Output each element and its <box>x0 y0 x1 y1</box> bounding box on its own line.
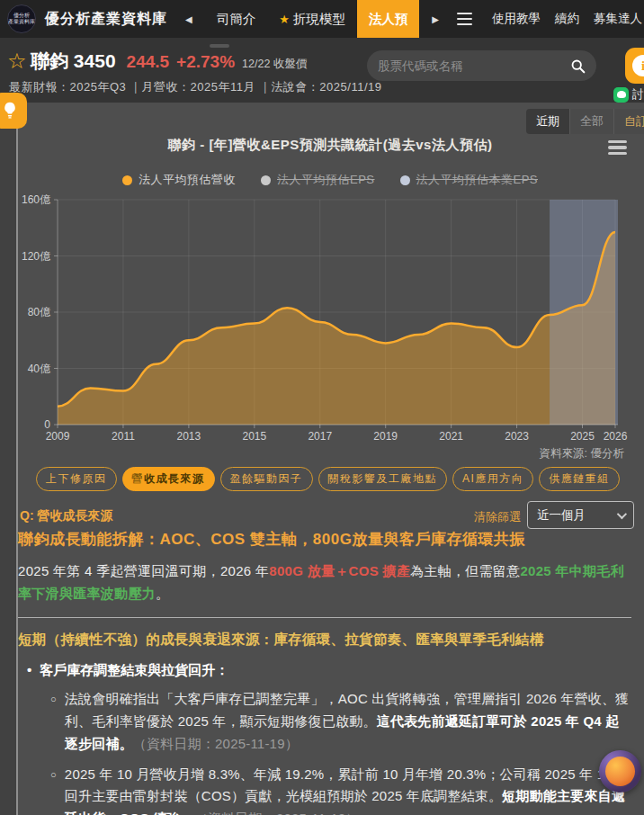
nav-link-0[interactable]: 使用教學 <box>492 11 541 27</box>
filter-pill-3[interactable]: 關稅影響及工廠地點 <box>318 467 448 491</box>
stock-name: 聯鈞 3450 <box>31 49 116 74</box>
stock-search <box>367 50 596 81</box>
x-tick-label: 2023 <box>505 430 529 443</box>
sub-bullet-text: 法說會明確指出「大客戶庫存已調整完畢」，AOC 出貨將轉強，管理層指引 2026… <box>65 688 631 755</box>
favorite-star-icon[interactable]: ☆ <box>7 50 27 72</box>
sub-bullet-0-0: ○法說會明確指出「大客戶庫存已調整完畢」，AOC 出貨將轉強，管理層指引 202… <box>50 688 631 755</box>
x-tick-label: 2013 <box>177 430 201 443</box>
stock-header: ☆ 聯鈞 3450 244.5 +2.73% 12/22 收盤價 最新財報：20… <box>0 38 644 103</box>
bullet-marker: • <box>27 660 31 681</box>
top-navbar: 優分析 產業資料庫 優分析產業資料庫 ◀ 司簡介★折現模型法人預 ▶ 使用教學續… <box>0 0 644 38</box>
x-tick-label: 2009 <box>46 430 70 443</box>
nav-links: 使用教學續約募集達人 <box>492 11 644 27</box>
article-headline: 聯鈞成長動能拆解：AOC、COS 雙主軸，800G放量與客戶庫存循環共振 <box>18 529 631 551</box>
legend-dot-icon <box>400 175 410 185</box>
star-icon: ★ <box>279 13 290 26</box>
period-dropdown[interactable]: 近一個月 <box>527 501 634 529</box>
divider <box>18 617 631 618</box>
logo-text-2: 產業資料庫 <box>8 19 35 25</box>
legend-label: 法人平均預估本業EPS <box>416 172 539 188</box>
price-note: 12/22 收盤價 <box>242 57 307 72</box>
info-button[interactable]: i <box>625 48 644 84</box>
article-bullets: •客戶庫存調整結束與拉貨回升：○法說會明確指出「大客戶庫存已調整完畢」，AOC … <box>18 660 631 815</box>
nav-link-2[interactable]: 募集達人 <box>594 11 642 27</box>
filter-pill-2[interactable]: 盈餘驅動因子 <box>220 467 313 491</box>
nav-item-0[interactable]: 司簡介 <box>205 0 268 38</box>
x-tick-label: 2011 <box>112 430 135 443</box>
filter-pill-0[interactable]: 上下修原因 <box>36 467 117 491</box>
line-icon <box>613 87 629 103</box>
chevron-down-icon <box>617 508 627 518</box>
nav-item-label: 折現模型 <box>293 11 345 28</box>
intro-segment: 800G 放量＋COS 擴產 <box>269 563 410 578</box>
info-icon: i <box>632 55 644 76</box>
range-button-2[interactable]: 自訂 <box>613 109 644 134</box>
chat-fab-button[interactable] <box>599 750 641 793</box>
chart-source: 資料來源: 優分析 <box>540 446 624 461</box>
chart-menu-icon[interactable] <box>607 139 628 157</box>
nav-menu-icon[interactable] <box>452 9 478 29</box>
x-tick-label: 2026 <box>604 430 628 443</box>
intro-segment: 2025 年第 4 季起營運回溫可期，2026 年 <box>18 563 269 578</box>
x-tick-label: 2021 <box>439 430 463 443</box>
nav-next-arrow-icon[interactable]: ▶ <box>428 11 443 28</box>
range-button-1[interactable]: 全部 <box>569 109 613 134</box>
line-chat-label: 討 <box>632 86 644 103</box>
legend-item-2[interactable]: 法人平均預估本業EPS <box>400 172 539 188</box>
chart-range-toggle: 近期全部自訂 <box>526 109 644 134</box>
intro-segment: 為主軸，但需留意 <box>410 563 520 578</box>
lightbulb-icon <box>1 101 19 121</box>
question-label: Q: 營收成長來源 <box>20 508 112 524</box>
chat-fab-icon <box>605 757 635 786</box>
sub-bullet-marker: ○ <box>50 688 57 755</box>
nav-prev-arrow-icon[interactable]: ◀ <box>182 11 196 28</box>
nav-item-2[interactable]: 法人預 <box>357 0 420 38</box>
chart-legend: 法人平均預估營收法人平均預估EPS法人平均預估本業EPS <box>16 172 644 188</box>
y-tick-label: 0 <box>44 418 50 431</box>
stock-change: +2.73% <box>176 52 235 72</box>
filter-pill-4[interactable]: AI應用方向 <box>452 467 533 491</box>
text-segment: （資料日期：2025-11-19） <box>133 736 299 751</box>
stock-price: 244.5 <box>127 52 170 72</box>
search-input[interactable] <box>378 59 570 73</box>
legend-dot-icon <box>261 175 271 185</box>
legend-item-0[interactable]: 法人平均預估營收 <box>122 172 236 188</box>
x-tick-label: 2017 <box>308 430 332 443</box>
logo-text-1: 優分析 <box>13 13 30 19</box>
filter-pill-1[interactable]: 營收成長來源 <box>122 467 215 491</box>
revenue-area-chart[interactable]: 040億80億120億160億2009201120132015201720192… <box>0 191 644 461</box>
tips-bulb-button[interactable] <box>0 93 27 129</box>
nav-tabs: 司簡介★折現模型法人預 <box>205 0 420 38</box>
article-section-title: 短期（持續性不強）的成長與衰退來源：庫存循環、拉貨節奏、匯率與單季毛利結構 <box>18 629 631 649</box>
line-chat-link[interactable]: 討 <box>613 86 644 103</box>
legend-dot-icon <box>122 175 132 185</box>
y-tick-label: 120億 <box>22 250 51 263</box>
clear-filter-link[interactable]: 清除篩選 <box>474 509 521 525</box>
y-tick-label: 160億 <box>22 193 51 206</box>
app-screen: 優分析 產業資料庫 優分析產業資料庫 ◀ 司簡介★折現模型法人預 ▶ 使用教學續… <box>0 0 644 815</box>
topic-filter-pills: 上下修原因營收成長來源盈餘驅動因子關稅影響及工廠地點AI應用方向供應鏈重組 <box>36 467 620 491</box>
stock-title-row: 聯鈞 3450 244.5 +2.73% 12/22 收盤價 <box>31 49 307 74</box>
legend-item-1[interactable]: 法人平均預估EPS <box>261 172 375 188</box>
bullet-title-0: •客戶庫存調整結束與拉貨回升： <box>27 660 631 681</box>
search-icon[interactable] <box>570 58 586 74</box>
drag-handle[interactable] <box>210 44 229 48</box>
filter-pill-5[interactable]: 供應鏈重組 <box>539 467 620 491</box>
y-tick-label: 80億 <box>28 306 51 318</box>
period-value: 近一個月 <box>537 507 586 524</box>
legend-label: 法人平均預估營收 <box>139 172 236 188</box>
stock-meta: 最新財報：2025年Q3 ｜月營收：2025年11月 ｜法說會：2025/11/… <box>9 79 381 95</box>
chart-title: 聯鈞 - [年]營收&EPS預測共識統計(過去vs法人預估) <box>16 137 644 154</box>
nav-item-label: 法人預 <box>369 11 408 28</box>
legend-label: 法人平均預估EPS <box>277 172 375 188</box>
nav-link-1[interactable]: 續約 <box>555 11 579 27</box>
y-tick-label: 40億 <box>28 363 51 375</box>
nav-item-label: 司簡介 <box>217 11 256 28</box>
nav-item-1[interactable]: ★折現模型 <box>267 0 357 38</box>
x-tick-label: 2019 <box>373 430 398 443</box>
article-intro: 2025 年第 4 季起營運回溫可期，2026 年800G 放量＋COS 擴產為… <box>18 560 631 605</box>
x-tick-label: 2015 <box>242 430 266 443</box>
text-segment: （資料日期：2025-11-19） <box>194 811 360 815</box>
range-button-0[interactable]: 近期 <box>526 109 569 134</box>
app-logo[interactable]: 優分析 產業資料庫 <box>7 4 36 33</box>
